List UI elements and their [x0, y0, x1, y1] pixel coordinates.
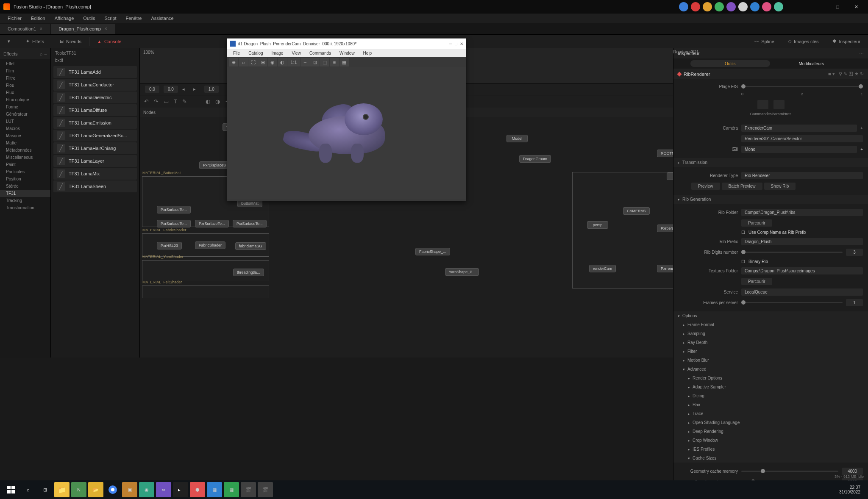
graph-node[interactable]: PxrSurfaceTe... [157, 220, 191, 227]
tab-outils[interactable]: Outils [690, 60, 770, 67]
graph-node[interactable]: PxrSurfaceTe... [195, 220, 229, 227]
tool-item[interactable]: ╱TF31 LamaConductor [53, 79, 137, 91]
browse-button[interactable]: Parcourir [741, 278, 772, 285]
zoom-tool-icon[interactable]: ⌕ [239, 58, 248, 67]
effect-category[interactable]: Matte [0, 139, 50, 147]
rib-generation-section[interactable]: Rib Generation [673, 195, 868, 204]
service-field[interactable]: LocalQueue [741, 288, 863, 296]
graph-node[interactable]: Model [506, 135, 528, 142]
tool-item[interactable]: ╱TF31 LamaHairChiang [53, 142, 137, 154]
zoom-label[interactable]: 100% [143, 50, 154, 55]
time-end[interactable]: 1.0 [204, 86, 219, 93]
effect-category[interactable]: TF31 [0, 190, 50, 197]
frames-value[interactable]: 1 [846, 299, 863, 306]
tool-icon[interactable]: ◐ [278, 58, 287, 67]
hair-section[interactable]: Hair [673, 400, 868, 409]
renderer-type-field[interactable]: Rib Renderer [741, 172, 863, 179]
cache-sizes-section[interactable]: Cache Sizes [673, 454, 868, 463]
effect-category[interactable]: Stéréo [0, 183, 50, 190]
render-options-section[interactable]: Render Options [673, 374, 868, 383]
frames-slider[interactable] [741, 302, 843, 303]
close-tab-icon[interactable]: × [39, 26, 42, 32]
tool-item[interactable]: ╱TF31 LamaAdd [53, 66, 137, 78]
pan-icon[interactable]: ⛶ [248, 58, 258, 67]
fw-menu-image[interactable]: Image [268, 50, 287, 56]
osl-section[interactable]: Open Shading Language [673, 418, 868, 427]
tool-icon[interactable]: ◐ [206, 98, 210, 105]
app-icon[interactable]: 📂 [88, 482, 103, 497]
batch-preview-button[interactable]: Batch Preview [722, 183, 762, 190]
tool-item[interactable]: ╱TF31 LamaGeneralizedSc... [53, 130, 137, 141]
effect-category[interactable]: Tracking [0, 197, 50, 204]
rib-folder-field[interactable]: Comps:\Dragon_Plush\ribs [741, 209, 863, 216]
console-button[interactable]: ▲Console [93, 37, 125, 46]
zoom-tool-icon[interactable]: ⊕ [229, 58, 238, 67]
close-button[interactable]: ✕ [848, 2, 865, 12]
menu-fenetre[interactable]: Fenêtre [122, 15, 146, 22]
graph-node[interactable]: CAMERAS [623, 207, 650, 215]
render-image[interactable] [227, 67, 466, 199]
tool-item[interactable]: ╱TF31 LamaDielectric [53, 91, 137, 103]
tool-icon[interactable]: ◉ [268, 58, 277, 67]
effect-category[interactable]: Métadonnées [0, 147, 50, 154]
layout-dropdown[interactable]: ▾ [3, 37, 14, 46]
app-icon[interactable]: ◉ [139, 482, 154, 497]
text-icon[interactable]: T [174, 98, 177, 105]
graph-node[interactable]: PxrSurfaceTe... [157, 206, 191, 213]
effect-category[interactable]: Miscellaneous [0, 154, 50, 161]
tool-icon[interactable]: ⊡ [310, 58, 320, 67]
close-tab-icon[interactable]: × [104, 26, 107, 32]
effect-category[interactable]: Flux [0, 89, 50, 96]
minimize-button[interactable]: ─ [810, 2, 827, 12]
add-icon[interactable]: + [860, 147, 863, 152]
fw-menu-commands[interactable]: Commands [306, 50, 334, 56]
tool-icon[interactable]: ▦ [339, 58, 349, 67]
adaptive-section[interactable]: Adaptive Sampler [673, 383, 868, 391]
effect-category[interactable]: Paint [0, 161, 50, 168]
menu-outils[interactable]: Outils [79, 15, 99, 22]
effect-category[interactable]: Macros [0, 125, 50, 132]
transmission-section[interactable]: Transmission [673, 158, 868, 167]
nodes-button[interactable]: ⊟Nœuds [56, 37, 86, 46]
effect-category[interactable]: Effet [0, 60, 50, 67]
system-clock[interactable]: 22:37 31/10/2022 [835, 485, 865, 494]
start-button[interactable] [3, 482, 19, 497]
maximize-icon[interactable]: □ [455, 42, 457, 46]
app-icon[interactable]: ▦ [224, 482, 239, 497]
ies-section[interactable]: IES Profiles [673, 445, 868, 454]
sampling-section[interactable]: Sampling [673, 329, 868, 338]
trace-section[interactable]: Trace [673, 409, 868, 418]
fw-menu-catalog[interactable]: Catalog [245, 50, 266, 56]
graph-node[interactable]: PxrHSL23 [157, 242, 182, 250]
graph-node[interactable]: PxrDisplaceS [199, 161, 230, 169]
tool-item[interactable]: ╱TF31 LamaSheen [53, 180, 137, 192]
dicing-section[interactable]: Dicing [673, 391, 868, 400]
preview-button[interactable]: Preview [691, 183, 720, 190]
fw-menu-file[interactable]: File [230, 50, 243, 56]
effect-category[interactable]: Transformation [0, 204, 50, 211]
effect-category[interactable]: Particules [0, 168, 50, 175]
tool-icon[interactable]: 1:1 [287, 58, 300, 67]
graph-node[interactable]: renderCam [589, 265, 616, 272]
graph-node[interactable]: FabricShape_... [415, 248, 450, 255]
search-icon[interactable]: ⌕ [20, 482, 36, 497]
app-icon[interactable]: ▸_ [173, 482, 188, 497]
app-icon[interactable]: ▦ [207, 482, 222, 497]
graph-node[interactable]: DragonGroom [519, 155, 551, 163]
checkbox[interactable]: ☐ [741, 259, 745, 264]
deep-section[interactable]: Deep Rendering [673, 427, 868, 436]
rib-digits-value[interactable]: 3 [846, 249, 863, 256]
tool-item[interactable]: ╱TF31 LamaLayer [53, 155, 137, 167]
keyframes-button[interactable]: ◇Images clés [784, 37, 823, 46]
app-icon[interactable]: ∞ [156, 482, 171, 497]
tool-icon[interactable]: ≡ [330, 58, 339, 67]
maximize-button[interactable]: □ [829, 2, 846, 12]
tab-dragon-plush[interactable]: Dragon_Plush.comp × [51, 24, 115, 34]
tex-folder-field[interactable]: Comps:\Dragon_Plush\sourceimages [741, 267, 863, 274]
effect-category[interactable]: Position [0, 175, 50, 183]
camera-selector[interactable]: Renderer3D1.CameraSelector [741, 135, 863, 142]
tool-icon[interactable]: ⊞ [258, 58, 267, 67]
motion-blur-section[interactable]: Motion Blur [673, 356, 868, 365]
show-rib-button[interactable]: Show Rib [764, 183, 796, 190]
time-current[interactable]: 0.0 [164, 86, 178, 93]
